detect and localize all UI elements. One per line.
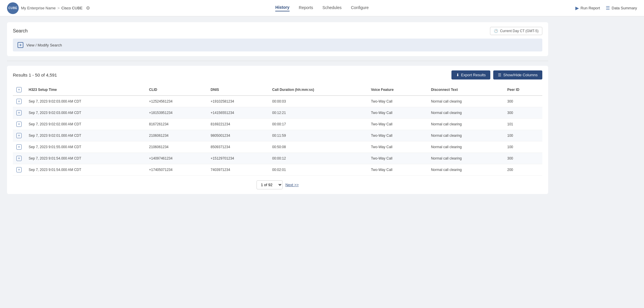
results-table: + H323 Setup Time CLID DNIS Call Duratio… xyxy=(13,84,542,176)
product-name: Cisco CUBE xyxy=(61,6,82,10)
enterprise-name: My Enterprise Name xyxy=(21,6,56,10)
table-row: +Sep 7, 2023 9:01:54.000 AM CDT+17405071… xyxy=(13,164,542,176)
results-header: Results 1 - 50 of 4,591 ⬇ Export Results… xyxy=(13,70,542,79)
row-0-voice_feature: Two-Way Call xyxy=(367,96,427,107)
row-0-setup_time: Sep 7, 2023 9:02:03.000 AM CDT xyxy=(25,96,146,107)
row-5-dnis: +15129701234 xyxy=(207,153,269,164)
row-0-clid: +12524561234 xyxy=(146,96,207,107)
row-1-call_duration: 00:12:21 xyxy=(269,107,368,119)
show-hide-columns-label: Show/Hide Columns xyxy=(503,73,538,77)
show-hide-columns-button[interactable]: ☰ Show/Hide Columns xyxy=(493,70,542,79)
main-content: Search 🕐 Current Day CT (GMT-5) + View /… xyxy=(0,16,555,200)
row-4-clid: 2106061234 xyxy=(146,141,207,153)
row-1-expand-button[interactable]: + xyxy=(16,110,22,115)
search-section: Search 🕐 Current Day CT (GMT-5) + View /… xyxy=(7,22,548,56)
row-5-expand-cell: + xyxy=(13,153,25,164)
nav-configure[interactable]: Configure xyxy=(351,5,369,11)
th-call-duration: Call Duration (hh:mm:ss) xyxy=(269,84,368,96)
run-report-label: Run Report xyxy=(581,6,600,10)
expand-icon: + xyxy=(18,42,23,48)
expand-all-button[interactable]: + xyxy=(16,87,22,92)
row-6-setup_time: Sep 7, 2023 9:01:54.000 AM CDT xyxy=(25,164,146,176)
th-disconnect-text: Disconnect Text xyxy=(427,84,504,96)
header-left: CuBe My Enterprise Name > Cisco CUBE ⚙ xyxy=(7,2,165,14)
run-report-button[interactable]: ▶ Run Report xyxy=(575,5,600,11)
export-results-button[interactable]: ⬇ Export Results xyxy=(451,70,491,79)
row-4-call_duration: 00:50:08 xyxy=(269,141,368,153)
th-expand: + xyxy=(13,84,25,96)
search-title: Search xyxy=(13,28,28,34)
row-2-disconnect_text: Normal call clearing xyxy=(427,119,504,130)
table-header-row: + H323 Setup Time CLID DNIS Call Duratio… xyxy=(13,84,542,96)
th-clid: CLID xyxy=(146,84,207,96)
download-icon: ⬇ xyxy=(456,73,459,77)
table-row: +Sep 7, 2023 9:02:02.000 AM CDT816726123… xyxy=(13,119,542,130)
row-0-expand-button[interactable]: + xyxy=(16,99,22,104)
row-1-dnis: +14156551234 xyxy=(207,107,269,119)
page-select[interactable]: 1 of 922 of 923 of 924 of 925 of 926 of … xyxy=(257,180,283,189)
table-row: +Sep 7, 2023 9:02:03.000 AM CDT+12524561… xyxy=(13,96,542,107)
row-3-expand-cell: + xyxy=(13,130,25,141)
row-5-expand-button[interactable]: + xyxy=(16,156,22,161)
row-2-expand-cell: + xyxy=(13,119,25,130)
row-0-peer_id: 300 xyxy=(504,96,542,107)
row-4-dnis: 8509371234 xyxy=(207,141,269,153)
row-5-clid: +14097461234 xyxy=(146,153,207,164)
table-body: +Sep 7, 2023 9:02:03.000 AM CDT+12524561… xyxy=(13,96,542,176)
row-1-voice_feature: Two-Way Call xyxy=(367,107,427,119)
th-voice-feature: Voice Feature xyxy=(367,84,427,96)
header-right: ▶ Run Report ☰ Data Summary xyxy=(479,5,637,11)
row-6-dnis: 7403971234 xyxy=(207,164,269,176)
nav-schedules[interactable]: Schedules xyxy=(323,5,342,11)
row-6-expand-button[interactable]: + xyxy=(16,167,22,172)
play-icon: ▶ xyxy=(575,5,579,11)
row-1-setup_time: Sep 7, 2023 9:02:03.000 AM CDT xyxy=(25,107,146,119)
nav-reports[interactable]: Reports xyxy=(299,5,313,11)
row-1-disconnect_text: Normal call clearing xyxy=(427,107,504,119)
clock-icon: 🕐 xyxy=(494,29,498,33)
row-2-expand-button[interactable]: + xyxy=(16,122,22,127)
row-4-peer_id: 100 xyxy=(504,141,542,153)
date-filter-label: Current Day CT (GMT-5) xyxy=(500,29,539,33)
row-0-disconnect_text: Normal call clearing xyxy=(427,96,504,107)
row-6-peer_id: 200 xyxy=(504,164,542,176)
row-4-expand-cell: + xyxy=(13,141,25,153)
table-row: +Sep 7, 2023 9:01:55.000 AM CDT210606123… xyxy=(13,141,542,153)
breadcrumb: My Enterprise Name > Cisco CUBE xyxy=(21,6,82,10)
row-6-expand-cell: + xyxy=(13,164,25,176)
row-0-expand-cell: + xyxy=(13,96,25,107)
row-3-peer_id: 100 xyxy=(504,130,542,141)
row-2-voice_feature: Two-Way Call xyxy=(367,119,427,130)
th-dnis: DNIS xyxy=(207,84,269,96)
nav-history[interactable]: History xyxy=(275,5,289,11)
row-2-clid: 8167261234 xyxy=(146,119,207,130)
data-summary-label: Data Summary xyxy=(612,6,637,10)
row-2-dnis: 8169221234 xyxy=(207,119,269,130)
data-summary-button[interactable]: ☰ Data Summary xyxy=(606,5,637,11)
results-actions: ⬇ Export Results ☰ Show/Hide Columns xyxy=(451,70,542,79)
row-2-peer_id: 101 xyxy=(504,119,542,130)
row-5-setup_time: Sep 7, 2023 9:01:54.000 AM CDT xyxy=(25,153,146,164)
next-page-button[interactable]: Next >> xyxy=(285,183,299,187)
settings-button[interactable]: ⚙ xyxy=(85,4,91,12)
row-6-voice_feature: Two-Way Call xyxy=(367,164,427,176)
row-3-clid: 2106061234 xyxy=(146,130,207,141)
row-4-expand-button[interactable]: + xyxy=(16,144,22,150)
columns-icon: ☰ xyxy=(498,73,501,77)
date-filter-button[interactable]: 🕐 Current Day CT (GMT-5) xyxy=(490,27,542,35)
table-row: +Sep 7, 2023 9:02:01.000 AM CDT210606123… xyxy=(13,130,542,141)
search-expand-area[interactable]: + View / Modify Search xyxy=(13,39,542,51)
expand-label: View / Modify Search xyxy=(26,43,62,47)
row-4-voice_feature: Two-Way Call xyxy=(367,141,427,153)
row-3-voice_feature: Two-Way Call xyxy=(367,130,427,141)
th-peer-id: Peer ID xyxy=(504,84,542,96)
row-5-peer_id: 300 xyxy=(504,153,542,164)
row-4-disconnect_text: Normal call clearing xyxy=(427,141,504,153)
row-1-peer_id: 300 xyxy=(504,107,542,119)
row-6-clid: +17405071234 xyxy=(146,164,207,176)
header: CuBe My Enterprise Name > Cisco CUBE ⚙ H… xyxy=(0,0,644,16)
search-header: Search 🕐 Current Day CT (GMT-5) xyxy=(13,27,542,35)
table-row: +Sep 7, 2023 9:01:54.000 AM CDT+14097461… xyxy=(13,153,542,164)
row-3-dnis: 9805001234 xyxy=(207,130,269,141)
row-3-expand-button[interactable]: + xyxy=(16,133,22,138)
